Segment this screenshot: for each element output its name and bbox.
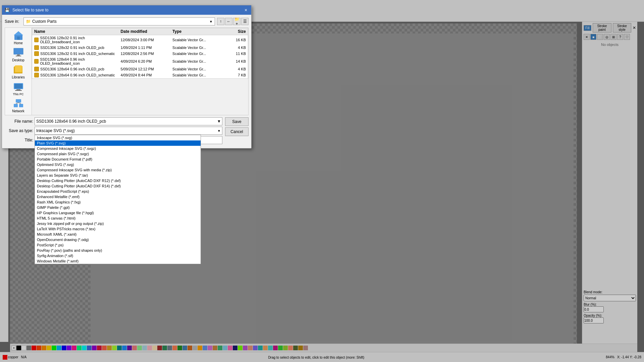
save-dialog: 💾 Select file to save to × Save in: 📁 Cu… (2, 5, 252, 148)
file-icon (34, 67, 39, 71)
file-nav-sidebar: Home Desktop (5, 28, 32, 115)
file-item[interactable]: SSD1306 128x32 0.91 inch OLED_breadboard… (32, 35, 248, 45)
nav-item-thispc-label: This PC (13, 93, 23, 96)
file-type: Scalable Vector Gr... (172, 73, 224, 77)
file-list-header: Name Date modified Type Size (32, 28, 248, 35)
file-name: SSD1306 128x32 0.91 inch OLED_schematic (40, 52, 115, 56)
create-folder-button[interactable]: 📁+ (233, 18, 240, 25)
nav-item-desktop-label: Desktop (12, 58, 24, 62)
dropdown-item[interactable]: Desktop Cutting Plotter (AutoCAD DXF R14… (35, 183, 201, 189)
file-date: 5/09/2024 12:12 PM (121, 67, 173, 71)
file-icon (34, 51, 39, 56)
savetype-row: Save as type: Inkscape SVG (*.svg) ▼ Ink… (5, 127, 222, 135)
savetype-value: Inkscape SVG (*.svg) (36, 128, 75, 133)
dropdown-item[interactable]: Enhanced Metafile (*.emf) (35, 194, 201, 199)
dropdown-item[interactable]: Rash XML Graphics (*.fxg) (35, 199, 201, 205)
save-in-label: Save in: (5, 19, 21, 24)
file-size: 4 KB (224, 67, 246, 71)
file-icon (34, 38, 39, 42)
dropdown-item[interactable]: Desktop Cutting Plotter (AutoCAD DXF R12… (35, 178, 201, 183)
dropdown-item[interactable]: Jessy Ink zipped pdf or png output (*.zi… (35, 221, 201, 226)
file-size: 4 KB (224, 46, 246, 50)
save-in-combo[interactable]: 📁 Custom Parts ▼ (23, 17, 215, 25)
dropdown-item[interactable]: Encapsulated PostScript (*.eps) (35, 189, 201, 194)
dropdown-item[interactable]: Compressed plain SVG (*.svgz) (35, 151, 201, 157)
file-name: SSD1306 128x64 0.96 inch OLED_pcb (40, 67, 104, 71)
main-content-area: Home Desktop (5, 27, 249, 115)
dropdown-item[interactable]: Optimised SVG (*.svg) (35, 162, 201, 167)
form-area: File name: ▼ Save as type: Inkscape SVG … (5, 117, 249, 145)
file-type: Scalable Vector Gr... (172, 52, 224, 56)
dropdown-item[interactable]: HTML 5 canvas (*.html) (35, 216, 201, 221)
file-list: SSD1306 128x32 0.91 inch OLED_breadboard… (32, 35, 248, 79)
dropdown-item[interactable]: Plain SVG (*.svg) (35, 140, 201, 146)
dropdown-item[interactable]: Compressed Inkscape SVG with media (*.zi… (35, 167, 201, 173)
file-item[interactable]: SSD1306 128x64 0.96 inch OLED_schematic … (32, 72, 248, 78)
go-back-button[interactable]: ← (225, 18, 232, 25)
file-icon (34, 73, 39, 77)
file-item[interactable]: SSD1306 128x32 0.91 inch OLED_pcb 1/09/2… (32, 45, 248, 51)
file-item[interactable]: SSD1306 128x32 0.91 inch OLED_schematic … (32, 51, 248, 57)
file-name: SSD1306 128x64 0.96 inch OLED_breadboard… (40, 57, 120, 65)
dropdown-item[interactable]: PostScript (*.ps) (35, 242, 201, 248)
dropdown-item[interactable]: Portable Document Format (*.pdf) (35, 157, 201, 162)
nav-item-home-label: Home (14, 41, 23, 45)
file-item[interactable]: SSD1306 128x64 0.96 inch OLED_breadboard… (32, 57, 248, 66)
file-size: 11 KB (224, 52, 246, 56)
file-type: Scalable Vector Gr... (172, 59, 224, 63)
nav-item-thispc[interactable]: This PC (6, 81, 30, 96)
dropdown-item[interactable]: PovRay (*.pov) (paths and shapes only) (35, 248, 201, 253)
savetype-dropdown[interactable]: Inkscape SVG (*.svg)Plain SVG (*.svg)Com… (35, 135, 201, 264)
dialog-close-button[interactable]: × (243, 7, 249, 13)
file-list-area: Name Date modified Type Size SSD1306 128… (32, 28, 248, 115)
file-size: 16 KB (224, 38, 246, 42)
file-type: Scalable Vector Gr... (172, 38, 224, 42)
file-date: 12/08/2024 2:56 PM (121, 52, 173, 56)
dropdown-item[interactable]: Syrfig Animation (*.sif) (35, 253, 201, 258)
dropdown-item[interactable]: Windows Metafile (*.wmf) (35, 258, 201, 264)
file-date: 12/08/2024 3:00 PM (121, 38, 173, 42)
save-button[interactable]: Save (225, 117, 249, 126)
nav-item-network[interactable]: Network (6, 98, 30, 113)
header-size: Size (224, 29, 246, 34)
dropdown-item[interactable]: LaTeX With PSTricks macros (*.tex) (35, 226, 201, 232)
save-in-row: Save in: 📁 Custom Parts ▼ ↑ ← 📁+ ☰ (5, 17, 249, 25)
nav-item-home[interactable]: Home (6, 30, 30, 45)
dropdown-item[interactable]: HP Graphics Language file (*.hpgl) (35, 210, 201, 216)
dropdown-item[interactable]: OpenDocument drawing (*.odg) (35, 237, 201, 242)
dialog-titlebar-content: 💾 Select file to save to (5, 8, 48, 12)
file-icon (34, 45, 39, 50)
svg-rect-3 (14, 48, 23, 54)
savetype-combo[interactable]: Inkscape SVG (*.svg) ▼ (35, 127, 222, 135)
svg-rect-6 (16, 56, 21, 56)
file-item[interactable]: SSD1306 128x64 0.96 inch OLED_pcb 5/09/2… (32, 66, 248, 72)
file-icon (34, 59, 39, 64)
go-up-button[interactable]: ↑ (217, 18, 224, 25)
combo-arrow-icon: ▼ (209, 20, 213, 23)
nav-item-libraries[interactable]: Libraries (6, 64, 30, 79)
dropdown-item[interactable]: Inkscape SVG (*.svg) (35, 135, 201, 140)
svg-rect-14 (16, 99, 21, 103)
dialog-buttons: Save Cancel (225, 117, 249, 136)
savetype-arrow-icon: ▼ (217, 129, 221, 133)
file-name: SSD1306 128x32 0.91 inch OLED_breadboard… (40, 36, 120, 44)
file-name: SSD1306 128x64 0.96 inch OLED_schematic (40, 73, 115, 77)
filename-input[interactable] (35, 117, 222, 125)
nav-item-desktop[interactable]: Desktop (6, 47, 30, 62)
view-options-button[interactable]: ☰ (241, 18, 249, 25)
filename-dropdown-arrow[interactable]: ▼ (217, 119, 221, 124)
dropdown-item[interactable]: Compressed Inkscape SVG (*.svgz) (35, 146, 201, 151)
dropdown-item[interactable]: GIMP Palette (*.gpl) (35, 205, 201, 210)
header-name: Name (34, 29, 121, 34)
dialog-title: Select file to save to (12, 8, 48, 12)
svg-rect-9 (15, 65, 22, 72)
cancel-button[interactable]: Cancel (225, 127, 249, 136)
dropdown-item[interactable]: Layers as Separate SVG (*.tar) (35, 173, 201, 178)
file-type: Scalable Vector Gr... (172, 46, 224, 50)
file-name: SSD1306 128x32 0.91 inch OLED_pcb (40, 46, 104, 50)
svg-rect-16 (19, 104, 23, 107)
dropdown-item[interactable]: Microsoft XAML (*.xaml) (35, 232, 201, 237)
svg-rect-12 (16, 89, 20, 90)
save-in-folder-name: Custom Parts (32, 19, 208, 24)
svg-rect-13 (15, 90, 22, 91)
